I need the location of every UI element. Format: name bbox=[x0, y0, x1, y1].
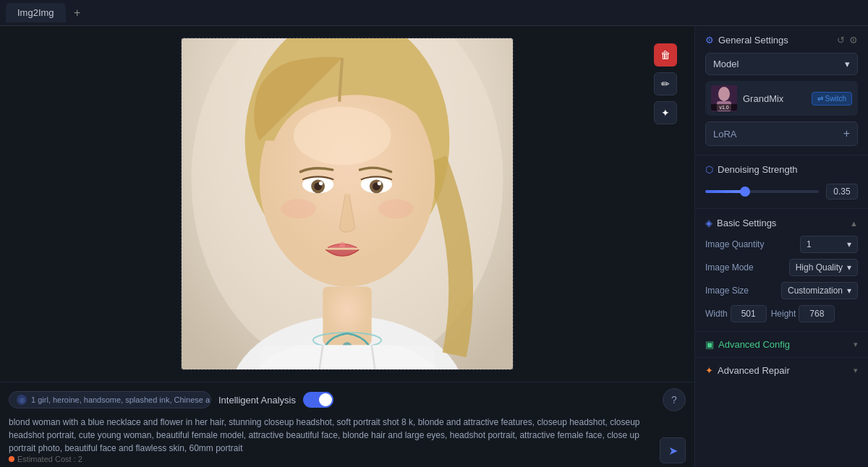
canvas-area: 🗑 ✏ ✦ ◎ 1 girl, heroine, handsome, splas… bbox=[0, 26, 694, 467]
model-dropdown-chevron: ▾ bbox=[845, 59, 850, 69]
tag-icon: ◎ bbox=[17, 395, 27, 405]
image-mode-label: Image Mode bbox=[705, 262, 754, 273]
basic-settings-chevron: ▲ bbox=[850, 219, 858, 228]
svg-point-19 bbox=[281, 199, 315, 218]
basic-settings-icon: ◈ bbox=[705, 218, 712, 228]
svg-rect-4 bbox=[323, 287, 371, 346]
general-settings-actions: ↺ ⚙ bbox=[837, 35, 858, 46]
advanced-config-icon: ▣ bbox=[705, 339, 714, 350]
prompt-top-row: ◎ 1 girl, heroine, handsome, splashed in… bbox=[9, 388, 686, 411]
settings-icon: ⚙ bbox=[705, 35, 714, 46]
svg-rect-21 bbox=[299, 345, 396, 370]
image-quantity-value: 1 bbox=[807, 239, 812, 249]
image-size-select[interactable]: Customization ▾ bbox=[781, 282, 858, 299]
general-settings-label: General Settings bbox=[718, 35, 788, 46]
intelligent-analysis-label: Intelligent Analysis bbox=[218, 395, 296, 406]
image-toolbar: 🗑 ✏ ✦ bbox=[654, 43, 677, 124]
width-value: 501 bbox=[741, 309, 756, 319]
prompt-area: ◎ 1 girl, heroine, handsome, splashed in… bbox=[0, 382, 694, 467]
prompt-text: blond woman with a blue necklace and flo… bbox=[9, 416, 660, 455]
switch-label: Switch bbox=[825, 95, 846, 103]
model-name: GrandMix bbox=[743, 93, 806, 104]
cost-dot-icon bbox=[9, 456, 14, 462]
denoising-slider-row: 0.35 bbox=[705, 184, 858, 200]
delete-button[interactable]: 🗑 bbox=[654, 43, 677, 67]
lora-row[interactable]: LoRA + bbox=[705, 121, 858, 146]
portrait-image bbox=[182, 38, 513, 370]
denoising-section: ⬡ Denoising Strength 0.35 bbox=[695, 155, 868, 209]
denoising-icon: ⬡ bbox=[705, 164, 713, 175]
image-size-label: Image Size bbox=[705, 286, 749, 296]
height-group: Height 768 bbox=[771, 305, 835, 322]
image-size-chevron: ▾ bbox=[847, 286, 851, 296]
advanced-repair-title: ✦ Advanced Repair bbox=[705, 365, 790, 376]
general-settings-header: ⚙ General Settings ↺ ⚙ bbox=[705, 35, 858, 46]
model-dropdown-label: Model bbox=[713, 59, 739, 69]
advanced-config-chevron: ▾ bbox=[854, 340, 858, 349]
general-settings-section: ⚙ General Settings ↺ ⚙ Model ▾ bbox=[695, 26, 868, 155]
tab-img2img[interactable]: Img2Img bbox=[6, 3, 66, 22]
advanced-repair-chevron: ▾ bbox=[854, 366, 858, 375]
size-row: Width 501 Height 768 bbox=[705, 305, 858, 322]
help-button[interactable]: ? bbox=[663, 388, 686, 411]
send-button[interactable]: ➤ bbox=[660, 437, 686, 463]
intelligent-analysis-toggle[interactable] bbox=[303, 392, 333, 408]
advanced-config-title: ▣ Advanced Config bbox=[705, 339, 790, 350]
height-label: Height bbox=[771, 309, 796, 319]
svg-point-13 bbox=[319, 181, 323, 185]
tab-bar: Img2Img + bbox=[0, 0, 868, 26]
width-input[interactable]: 501 bbox=[731, 305, 767, 322]
general-settings-title: ⚙ General Settings bbox=[705, 35, 788, 46]
basic-settings-label: Basic Settings bbox=[717, 218, 776, 228]
image-size-value: Customization bbox=[788, 286, 843, 296]
svg-point-18 bbox=[339, 242, 345, 248]
estimated-cost: Estimated Cost : 2 bbox=[9, 455, 660, 463]
svg-point-23 bbox=[718, 87, 730, 101]
lora-label: LoRA bbox=[713, 129, 737, 140]
tag-badge[interactable]: ◎ 1 girl, heroine, handsome, splashed in… bbox=[9, 391, 211, 408]
tab-add-button[interactable]: + bbox=[69, 4, 86, 22]
delete-icon: 🗑 bbox=[660, 49, 671, 61]
denoising-slider-track[interactable] bbox=[705, 190, 819, 193]
image-mode-chevron: ▾ bbox=[847, 262, 851, 273]
advanced-repair-header[interactable]: ✦ Advanced Repair ▾ bbox=[705, 365, 858, 376]
denoising-slider-fill bbox=[705, 190, 745, 193]
tab-img2img-label: Img2Img bbox=[17, 7, 54, 18]
image-quantity-select[interactable]: 1 ▾ bbox=[800, 236, 858, 253]
advanced-config-header[interactable]: ▣ Advanced Config ▾ bbox=[705, 339, 858, 350]
estimated-cost-label: Estimated Cost : 2 bbox=[17, 455, 82, 463]
advanced-config-section: ▣ Advanced Config ▾ bbox=[695, 332, 868, 358]
main-layout: 🗑 ✏ ✦ ◎ 1 girl, heroine, handsome, splas… bbox=[0, 26, 868, 467]
width-label: Width bbox=[705, 309, 728, 319]
model-version-label: v1.0 bbox=[711, 104, 737, 111]
advanced-repair-icon: ✦ bbox=[705, 365, 713, 376]
tag-text: 1 girl, heroine, handsome, splashed ink,… bbox=[31, 395, 211, 404]
denoising-slider-thumb[interactable] bbox=[740, 187, 750, 197]
model-dropdown[interactable]: Model ▾ bbox=[705, 53, 858, 75]
image-mode-value: High Quality bbox=[796, 262, 843, 273]
image-quantity-chevron: ▾ bbox=[847, 239, 851, 249]
image-quantity-row: Image Quantity 1 ▾ bbox=[705, 236, 858, 253]
basic-settings-header[interactable]: ◈ Basic Settings ▲ bbox=[705, 218, 858, 228]
refresh-icon[interactable]: ↺ bbox=[837, 35, 845, 46]
width-group: Width 501 bbox=[705, 305, 767, 322]
height-input[interactable]: 768 bbox=[799, 305, 835, 322]
image-mode-select[interactable]: High Quality ▾ bbox=[789, 259, 858, 276]
basic-settings-section: ◈ Basic Settings ▲ Image Quantity 1 ▾ Im… bbox=[695, 209, 868, 332]
brush-button[interactable]: ✏ bbox=[654, 72, 677, 95]
basic-settings-title: ◈ Basic Settings bbox=[705, 218, 776, 228]
sparkle-button[interactable]: ✦ bbox=[654, 101, 677, 124]
brush-icon: ✏ bbox=[661, 78, 670, 90]
advanced-repair-section: ✦ Advanced Repair ▾ bbox=[695, 358, 868, 383]
image-wrapper bbox=[181, 38, 514, 370]
advanced-repair-label: Advanced Repair bbox=[718, 365, 790, 376]
switch-icon: ⇄ bbox=[817, 95, 823, 103]
advanced-config-label: Advanced Config bbox=[718, 339, 790, 350]
svg-point-17 bbox=[378, 181, 381, 185]
image-size-row: Image Size Customization ▾ bbox=[705, 282, 858, 299]
prompt-bottom-row: blond woman with a blue necklace and flo… bbox=[9, 416, 686, 463]
image-mode-row: Image Mode High Quality ▾ bbox=[705, 259, 858, 276]
model-switch-button[interactable]: ⇄ Switch bbox=[812, 92, 852, 106]
gear-icon[interactable]: ⚙ bbox=[849, 35, 858, 46]
model-preview: v1.0 GrandMix ⇄ Switch bbox=[705, 81, 858, 116]
